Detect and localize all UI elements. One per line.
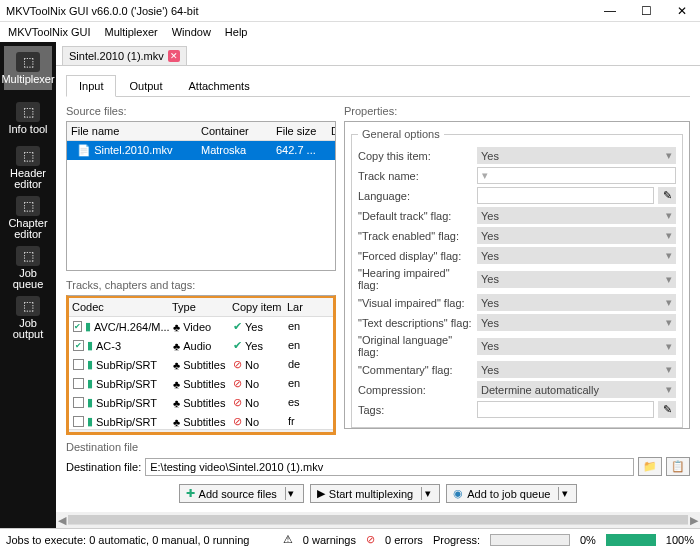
source-files-list[interactable]: File name Container File size D 📄 Sintel… <box>66 121 336 271</box>
col-lang[interactable]: Lar <box>283 298 313 316</box>
minimize-button[interactable]: — <box>592 0 628 22</box>
track-row[interactable]: ▮AVC/H.264/M...♣Video✔ Yesen <box>69 317 333 336</box>
property-row: "Forced display" flag:Yes▾ <box>358 247 676 264</box>
source-files-header: Source files: <box>66 105 336 117</box>
general-options-legend: General options <box>358 128 444 140</box>
status-jobs: Jobs to execute: 0 automatic, 0 manual, … <box>6 534 249 546</box>
tab-attachments[interactable]: Attachments <box>176 75 263 97</box>
property-field[interactable] <box>477 187 654 204</box>
tab-input[interactable]: Input <box>66 75 116 97</box>
destination-recent-button[interactable]: 📋 <box>666 457 690 476</box>
property-dropdown[interactable]: Yes▾ <box>477 207 676 224</box>
track-checkbox[interactable] <box>73 397 84 408</box>
property-row: "Hearing impaired" flag:Yes▾ <box>358 267 676 291</box>
status-errors[interactable]: 0 errors <box>385 534 423 546</box>
property-dropdown[interactable]: Yes▾ <box>477 227 676 244</box>
property-dropdown[interactable]: Yes▾ <box>477 294 676 311</box>
track-row[interactable]: ▮SubRip/SRT♣Subtitles⊘ Noen <box>69 374 333 393</box>
property-row: Language:✎ <box>358 187 676 204</box>
file-tab-label: Sintel.2010 (1).mkv <box>69 50 164 62</box>
property-dropdown[interactable]: Yes▾ <box>477 147 676 164</box>
tool-icon: ⬚ <box>16 296 40 316</box>
tool-header-editor[interactable]: ⬚Header editor <box>4 146 52 190</box>
track-checkbox[interactable] <box>73 416 84 427</box>
tool-chapter-editor[interactable]: ⬚Chapter editor <box>4 196 52 240</box>
tool-icon: ⬚ <box>16 246 40 266</box>
col-filename[interactable]: File name <box>67 122 197 140</box>
tracks-h-scrollbar[interactable]: ◀▶ <box>69 429 333 435</box>
property-row: "Commentary" flag:Yes▾ <box>358 361 676 378</box>
property-label: "Track enabled" flag: <box>358 230 473 242</box>
property-row: "Visual impaired" flag:Yes▾ <box>358 294 676 311</box>
property-row: "Original language" flag:Yes▾ <box>358 334 676 358</box>
close-tab-icon[interactable]: ✕ <box>168 50 180 62</box>
tool-label: Info tool <box>8 124 47 135</box>
main-h-scrollbar[interactable]: ◀▶ <box>56 512 700 528</box>
property-row: Track name:▾ <box>358 167 676 184</box>
track-row[interactable]: ▮SubRip/SRT♣Subtitles⊘ Noes <box>69 393 333 412</box>
property-label: Tags: <box>358 404 473 416</box>
track-type-icon: ♣ <box>173 416 180 428</box>
tracks-list[interactable]: Codec Type Copy item Lar ▮AVC/H.264/M...… <box>66 295 336 435</box>
status-warnings[interactable]: 0 warnings <box>303 534 356 546</box>
property-picker-button[interactable]: ✎ <box>658 401 676 418</box>
properties-header: Properties: <box>344 105 690 117</box>
menu-multiplexer[interactable]: Multiplexer <box>105 26 158 38</box>
start-multiplexing-button[interactable]: ▶Start multiplexing▾ <box>310 484 440 503</box>
col-d[interactable]: D <box>327 122 335 140</box>
source-file-row[interactable]: 📄 Sintel.2010.mkvMatroska642.7 ... <box>67 141 335 160</box>
close-button[interactable]: ✕ <box>664 0 700 22</box>
property-dropdown[interactable]: Yes▾ <box>477 247 676 264</box>
property-row: Tags:✎ <box>358 401 676 418</box>
menu-app[interactable]: MKVToolNix GUI <box>8 26 91 38</box>
property-dropdown[interactable]: Yes▾ <box>477 271 676 288</box>
track-checkbox[interactable] <box>73 359 84 370</box>
track-checkbox[interactable] <box>73 321 82 332</box>
destination-label: Destination file: <box>66 461 141 473</box>
tool-job-output[interactable]: ⬚Job output <box>4 296 52 340</box>
destination-input[interactable] <box>145 458 634 476</box>
tool-info-tool[interactable]: ⬚Info tool <box>4 96 52 140</box>
col-copyitem[interactable]: Copy item <box>228 298 283 316</box>
menu-window[interactable]: Window <box>172 26 211 38</box>
destination-browse-button[interactable]: 📁 <box>638 457 662 476</box>
track-row[interactable]: ▮AC-3♣Audio✔ Yesen <box>69 336 333 355</box>
progress-total-pct: 100% <box>666 534 694 546</box>
menu-help[interactable]: Help <box>225 26 248 38</box>
track-row[interactable]: ▮SubRip/SRT♣Subtitles⊘ Node <box>69 355 333 374</box>
tool-icon: ⬚ <box>16 52 40 72</box>
track-type-icon: ♣ <box>173 340 180 352</box>
maximize-button[interactable]: ☐ <box>628 0 664 22</box>
col-type[interactable]: Type <box>168 298 228 316</box>
add-source-files-button[interactable]: ✚Add source files▾ <box>179 484 304 503</box>
property-label: "Visual impaired" flag: <box>358 297 473 309</box>
property-picker-button[interactable]: ✎ <box>658 187 676 204</box>
file-tab[interactable]: Sintel.2010 (1).mkv ✕ <box>62 46 187 65</box>
progress-bar-total <box>606 534 656 546</box>
track-checkbox[interactable] <box>73 378 84 389</box>
tool-job-queue[interactable]: ⬚Job queue <box>4 246 52 290</box>
property-textbox[interactable]: ▾ <box>477 167 676 184</box>
tool-icon: ⬚ <box>16 102 40 122</box>
track-type-icon: ♣ <box>173 397 180 409</box>
property-dropdown[interactable]: Yes▾ <box>477 338 676 355</box>
col-filesize[interactable]: File size <box>272 122 327 140</box>
tool-label: Job queue <box>4 268 52 290</box>
property-dropdown[interactable]: Determine automatically▾ <box>477 381 676 398</box>
window-title: MKVToolNix GUI v66.0.0 ('Josie') 64-bit <box>6 5 199 17</box>
add-to-job-queue-button[interactable]: ◉Add to job queue▾ <box>446 484 577 503</box>
property-dropdown[interactable]: Yes▾ <box>477 314 676 331</box>
tab-output[interactable]: Output <box>116 75 175 97</box>
progress-current-pct: 0% <box>580 534 596 546</box>
track-type-icon: ♣ <box>173 378 180 390</box>
col-container[interactable]: Container <box>197 122 272 140</box>
tool-sidebar: ⬚Multiplexer⬚Info tool⬚Header editor⬚Cha… <box>0 42 56 528</box>
tool-multiplexer[interactable]: ⬚Multiplexer <box>4 46 52 90</box>
tool-label: Multiplexer <box>1 74 54 85</box>
property-dropdown[interactable]: Yes▾ <box>477 361 676 378</box>
track-row[interactable]: ▮SubRip/SRT♣Subtitles⊘ Nofr <box>69 412 333 429</box>
property-field[interactable] <box>477 401 654 418</box>
track-checkbox[interactable] <box>73 340 84 351</box>
col-codec[interactable]: Codec <box>68 298 168 316</box>
status-bar: Jobs to execute: 0 automatic, 0 manual, … <box>0 528 700 550</box>
